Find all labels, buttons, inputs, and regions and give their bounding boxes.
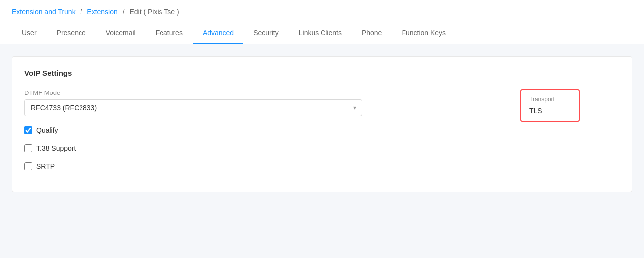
content-area: VoIP Settings DTMF Mode RFC4733 (RFC2833… xyxy=(0,44,644,258)
tab-user[interactable]: User xyxy=(12,22,47,44)
t38-support-label[interactable]: T.38 Support xyxy=(36,144,76,152)
breadcrumb-extension-trunk[interactable]: Extension and Trunk xyxy=(12,8,76,16)
qualify-checkbox[interactable] xyxy=(24,126,32,134)
section-title: VoIP Settings xyxy=(24,69,620,77)
breadcrumb-separator-2: / xyxy=(123,8,125,16)
dtmf-mode-group: DTMF Mode RFC4733 (RFC2833) Inband SIP I… xyxy=(24,89,500,116)
srtp-label[interactable]: SRTP xyxy=(36,162,55,170)
page-wrapper: Extension and Trunk / Extension / Edit (… xyxy=(0,0,644,277)
dtmf-mode-select-wrapper: RFC4733 (RFC2833) Inband SIP INFO Auto ▾ xyxy=(24,99,362,116)
tabs-bar: User Presence Voicemail Features Advance… xyxy=(0,22,644,44)
tab-security[interactable]: Security xyxy=(243,22,289,44)
dtmf-mode-label: DTMF Mode xyxy=(24,89,500,96)
tab-phone[interactable]: Phone xyxy=(352,22,392,44)
form-right: Transport TLS xyxy=(520,89,620,122)
transport-box: Transport TLS xyxy=(520,89,580,122)
dtmf-mode-select[interactable]: RFC4733 (RFC2833) Inband SIP INFO Auto xyxy=(24,99,362,116)
qualify-group: Qualify xyxy=(24,126,500,134)
form-left: DTMF Mode RFC4733 (RFC2833) Inband SIP I… xyxy=(24,89,500,180)
form-layout: DTMF Mode RFC4733 (RFC2833) Inband SIP I… xyxy=(24,89,620,180)
tab-linkus-clients[interactable]: Linkus Clients xyxy=(289,22,352,44)
breadcrumb: Extension and Trunk / Extension / Edit (… xyxy=(0,0,644,22)
tab-advanced[interactable]: Advanced xyxy=(193,22,243,44)
srtp-group: SRTP xyxy=(24,162,500,170)
transport-value: TLS xyxy=(529,107,571,115)
qualify-label[interactable]: Qualify xyxy=(36,126,58,134)
tab-voicemail[interactable]: Voicemail xyxy=(96,22,146,44)
tab-features[interactable]: Features xyxy=(146,22,193,44)
breadcrumb-extension[interactable]: Extension xyxy=(87,8,117,16)
page-title: Edit ( Pixis Tse ) xyxy=(129,8,179,16)
srtp-checkbox[interactable] xyxy=(24,162,32,170)
tab-presence[interactable]: Presence xyxy=(47,22,96,44)
transport-label: Transport xyxy=(529,96,571,103)
tab-function-keys[interactable]: Function Keys xyxy=(392,22,456,44)
t38-support-group: T.38 Support xyxy=(24,144,500,152)
breadcrumb-separator-1: / xyxy=(80,8,82,16)
t38-support-checkbox[interactable] xyxy=(24,144,32,152)
voip-settings-card: VoIP Settings DTMF Mode RFC4733 (RFC2833… xyxy=(12,56,632,192)
